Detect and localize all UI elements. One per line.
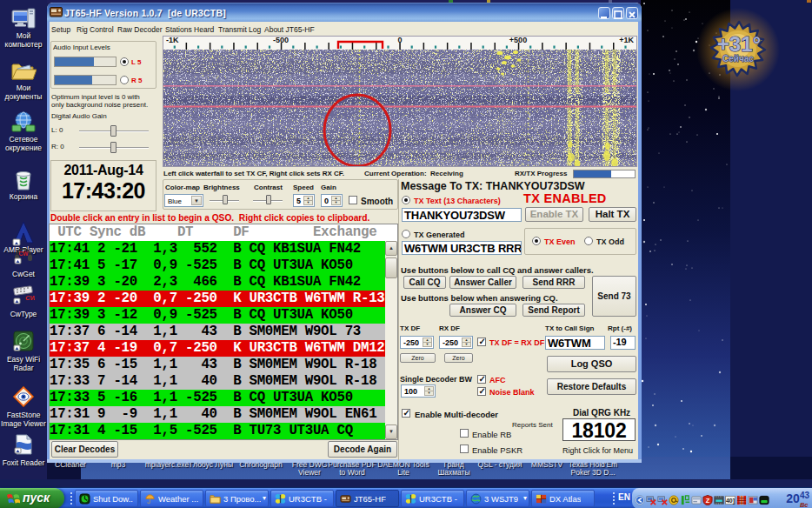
svg-text:Сейчас: Сейчас [722, 54, 754, 64]
svg-text:+1K: +1K [619, 36, 634, 44]
svg-text:+500: +500 [509, 36, 527, 44]
svg-text:0: 0 [397, 36, 402, 44]
svg-text:-1K: -1K [166, 36, 179, 44]
svg-text:40]: 40] [726, 498, 735, 505]
svg-text:-500: -500 [273, 36, 289, 44]
svg-text:+31°: +31° [717, 32, 761, 56]
svg-text:CW: CW [25, 294, 35, 302]
svg-text:CW: CW [19, 251, 30, 257]
svg-text:Z: Z [706, 497, 710, 505]
